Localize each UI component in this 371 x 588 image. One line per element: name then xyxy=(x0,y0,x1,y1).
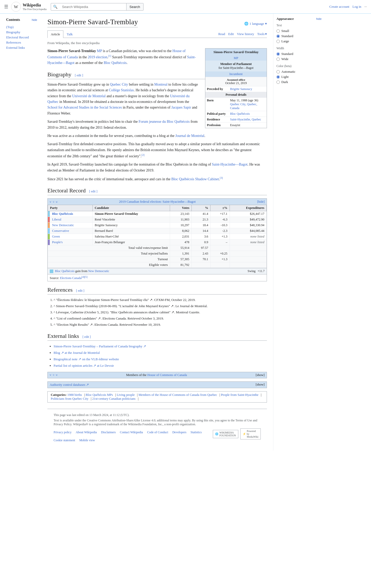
footer-link[interactable]: Code of Conduct xyxy=(147,430,168,434)
color-auto-option[interactable]: Automatic xyxy=(276,70,322,74)
tab-right: Read Edit View history Tools ▾ xyxy=(218,32,267,36)
search-input[interactable] xyxy=(60,3,126,10)
hide-sidebar-button[interactable]: hide xyxy=(32,18,37,21)
category-link[interactable]: 21st-century Canadian politicians xyxy=(92,397,136,401)
read-link[interactable]: Read xyxy=(218,32,225,36)
pct-cell: 21.3 xyxy=(191,217,210,223)
more-options-icon[interactable]: ··· xyxy=(364,5,367,9)
text-large-option[interactable]: Large xyxy=(276,39,322,43)
text-small-option[interactable]: Small xyxy=(276,29,322,33)
color-dark-option[interactable]: Dark xyxy=(276,80,322,84)
mediawiki-logo: ⚡ Powered byMediaWiki xyxy=(240,428,261,439)
sidebar-header: Contents hide xyxy=(6,18,37,22)
last-edited: This page was last edited on 13 March 20… xyxy=(54,413,261,417)
infobox-party-row: Political party Bloc Québécois xyxy=(205,111,267,117)
preceded-by-link[interactable]: Brigitte Sansoucy xyxy=(230,87,252,91)
total-votes-cell: 81,792 xyxy=(170,262,191,268)
expenditures-cell: $49,472.90 xyxy=(230,217,266,223)
text-standard-radio[interactable] xyxy=(276,35,280,38)
width-wide-option[interactable]: Wide xyxy=(276,57,322,61)
footer-link[interactable]: Contact Wikipedia xyxy=(120,430,143,434)
search-button[interactable]: Search xyxy=(126,3,143,10)
commons-title: Members of the House of Commons of Canad… xyxy=(126,373,187,377)
create-account-link[interactable]: Create account xyxy=(329,5,349,9)
party-name-cell: New Democratic xyxy=(50,223,93,228)
sidebar-item-biography[interactable]: Biography xyxy=(6,30,37,35)
width-standard-option[interactable]: Standard xyxy=(276,52,322,56)
authority-show-button[interactable]: [show] xyxy=(256,383,265,387)
residence-link[interactable]: Saint-Hyacinthe, Quebec xyxy=(230,118,261,121)
electoral-record-edit-link[interactable]: [ edit ] xyxy=(89,190,97,193)
main-layout: Contents hide (Top) Biography Electoral … xyxy=(0,14,371,451)
pct-cell: 41.4 xyxy=(191,211,210,217)
category-link[interactable]: Living people xyxy=(117,393,135,397)
sidebar-item-references[interactable]: References xyxy=(6,40,37,45)
sidebar-item-top[interactable]: (Top) xyxy=(6,25,37,30)
references-edit-link[interactable]: [ edit ] xyxy=(76,289,84,292)
color-dark-radio[interactable] xyxy=(276,80,280,84)
footer-link[interactable]: Developers xyxy=(172,430,187,434)
total-votes-cell: 1,391 xyxy=(170,251,191,257)
external-links-edit-link[interactable]: [ edit ] xyxy=(82,335,91,339)
expenditures-col-header: Expenditures xyxy=(230,205,266,211)
born-place-link[interactable]: Quebec City, Quebec, Canada xyxy=(230,102,257,110)
log-in-link[interactable]: Log in xyxy=(352,5,361,9)
footer-link[interactable]: Privacy policy xyxy=(54,430,72,434)
table-header-row: Party Candidate Votes % ±% Expenditures xyxy=(48,205,267,211)
total-delta-cell xyxy=(210,245,230,251)
category-link[interactable]: Members of the House of Commons of Canad… xyxy=(138,393,217,397)
text-small-radio[interactable] xyxy=(276,29,280,33)
sidebar-item-electoral-record[interactable]: Electoral Record xyxy=(6,35,37,40)
tab-talk[interactable]: Talk xyxy=(63,30,76,38)
reference-item: ^ "Election Night Results" ↗. Elections … xyxy=(54,322,267,328)
footer-link[interactable]: Disclaimers xyxy=(101,430,116,434)
footer-link[interactable]: Mobile view xyxy=(79,438,95,442)
color-auto-radio[interactable] xyxy=(276,70,280,74)
text-standard-option[interactable]: Standard xyxy=(276,34,322,38)
footer-link[interactable]: Statistics xyxy=(191,430,202,434)
category-link[interactable]: Politicians from Quebec City xyxy=(51,397,88,401)
biography-edit-link[interactable]: [ edit ] xyxy=(75,74,83,77)
footer-links: Privacy policyAbout WikipediaDisclaimers… xyxy=(54,430,213,442)
category-link[interactable]: People from Saint-Hyacinthe xyxy=(221,393,258,397)
table-row: Conservative Bernard Barré 8,062 14.4 -2… xyxy=(48,228,267,234)
tools-dropdown[interactable]: Tools ▾ xyxy=(257,32,267,36)
bio-para-5: In April 2019, Savard-Tremblay launched … xyxy=(47,162,267,173)
wiki-logo[interactable]: W Wikipedia The Free Encyclopedia xyxy=(11,2,47,12)
total-pct-cell: 70.1 xyxy=(191,257,210,262)
tab-bar: Article Talk Read Edit View history Tool… xyxy=(47,30,267,38)
content: Simon-Pierre Savard-Tremblay 🌐 1 languag… xyxy=(41,14,273,451)
width-standard-radio[interactable] xyxy=(276,52,280,56)
party-link[interactable]: Bloc Québécois xyxy=(230,112,250,116)
total-exp-cell xyxy=(230,257,266,262)
search-icon: 🔍 xyxy=(51,5,60,9)
tab-article[interactable]: Article xyxy=(47,30,63,38)
category-link[interactable]: Bloc Québécois MPs xyxy=(86,393,113,397)
sidebar-item-external-links[interactable]: External links xyxy=(6,45,37,50)
edit-link[interactable]: Edit xyxy=(228,32,234,36)
footer-link[interactable]: About Wikipedia xyxy=(76,430,97,434)
authority-control-box: Authority control databases ↗ [show] xyxy=(47,381,267,388)
color-light-option[interactable]: Light xyxy=(276,75,322,79)
license-text: Text is available under the Creative Com… xyxy=(54,419,261,426)
page-title: Simon-Pierre Savard-Tremblay xyxy=(47,18,138,27)
page-title-row: Simon-Pierre Savard-Tremblay 🌐 1 languag… xyxy=(47,18,267,29)
total-votes-cell: 57,305 xyxy=(170,257,191,262)
text-large-radio[interactable] xyxy=(276,40,280,43)
hide-appearance-button[interactable]: hide xyxy=(316,17,322,21)
width-wide-radio[interactable] xyxy=(276,58,280,61)
hamburger-menu[interactable]: ☰ xyxy=(4,4,8,10)
party-color-cell xyxy=(48,211,50,217)
reference-item: ^ "Élections fédérales: le bloquiste Sim… xyxy=(54,297,267,303)
language-button[interactable]: 🌐 1 language ▾ xyxy=(244,22,267,26)
commons-show-button[interactable]: [show] xyxy=(256,373,265,377)
footer-link[interactable]: Cookie statement xyxy=(54,438,75,442)
hide-table-button[interactable]: [hide] xyxy=(257,200,265,204)
external-link-item: Biographical note ↗ on the VLB éditeur w… xyxy=(54,356,267,363)
infobox-title-suffix: MP xyxy=(205,56,267,61)
reference-item: ^ Lévesque, Catherine (October 5, 2021).… xyxy=(54,309,267,315)
external-link-icon: ↗ xyxy=(90,323,93,326)
view-history-link[interactable]: View history xyxy=(237,32,254,36)
category-link[interactable]: 1988 births xyxy=(67,393,82,397)
color-light-radio[interactable] xyxy=(276,75,280,79)
